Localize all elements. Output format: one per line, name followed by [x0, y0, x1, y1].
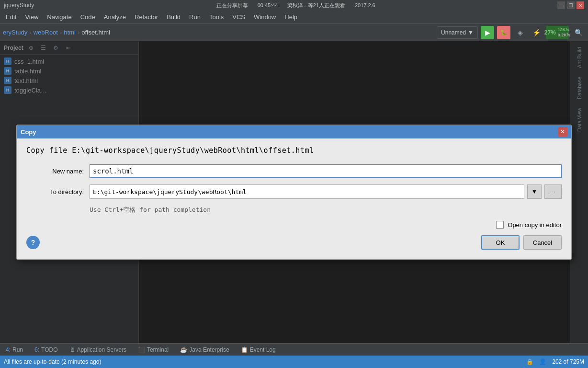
- main-toolbar: eryStudy › webRoot › html › offset.html …: [0, 24, 588, 41]
- dialog-titlebar: Copy ✕: [17, 125, 571, 138]
- menu-analyze[interactable]: Analyze: [100, 12, 130, 22]
- memory-total: 725M: [570, 358, 584, 365]
- tab-todo[interactable]: 6: TODO: [33, 346, 59, 353]
- status-bar-right: 🔒 👤 202 of 725M: [526, 358, 584, 365]
- dialog-overlay: Copy ✕ Copy file E:\git-workspace\jquery…: [0, 41, 588, 343]
- breadcrumb-webroot[interactable]: webRoot: [34, 29, 58, 36]
- menu-bar: Edit View Navigate Code Analyze Refactor…: [0, 11, 588, 24]
- run-button[interactable]: ▶: [481, 26, 494, 39]
- new-name-input[interactable]: [90, 164, 562, 178]
- bottom-toolbar: 4: Run 6: TODO 🖥 Application Servers ⬛ T…: [0, 343, 588, 356]
- main-area: Project ⊕ ☰ ⚙ ⇤ H css_1.html H table.htm…: [0, 41, 588, 343]
- new-name-row: New name:: [26, 164, 562, 178]
- dialog-action-buttons: OK Cancel: [481, 235, 562, 250]
- dialog-footer: ? OK Cancel: [26, 235, 562, 250]
- dialog-title: Copy: [21, 128, 36, 136]
- profiler-button[interactable]: ⚡: [530, 26, 543, 39]
- net-up: 0.2K/s: [558, 33, 571, 37]
- copy-dialog: Copy ✕ Copy file E:\git-workspace\jquery…: [16, 125, 572, 260]
- menu-build[interactable]: Build: [163, 12, 184, 22]
- breadcrumb-file: offset.html: [81, 29, 110, 36]
- sharing-time: 00:45:44: [258, 2, 278, 8]
- run-config-selector[interactable]: Unnamed ▼: [437, 26, 478, 39]
- breadcrumb-html[interactable]: html: [64, 29, 76, 36]
- checkbox-row: Open copy in editor: [26, 221, 562, 229]
- menu-window[interactable]: Window: [250, 12, 280, 22]
- tab-app-servers[interactable]: 🖥 Application Servers: [68, 346, 128, 353]
- minimize-button[interactable]: —: [557, 1, 565, 9]
- menu-navigate[interactable]: Navigate: [43, 12, 75, 22]
- title-bar-left: jqueryStudy: [4, 2, 34, 9]
- dialog-filepath: Copy file E:\git-workspace\jqueryStudy\w…: [26, 146, 562, 155]
- ok-button[interactable]: OK: [481, 235, 520, 250]
- tab-app-servers-label: Application Servers: [77, 346, 126, 353]
- tab-java-enterprise[interactable]: ☕ Java Enterprise: [178, 346, 231, 353]
- tab-java-enterprise-label: Java Enterprise: [189, 346, 229, 353]
- directory-input[interactable]: [90, 184, 524, 199]
- user-icon: 👤: [539, 358, 546, 365]
- title-bar-controls: — ❐ ✕: [557, 1, 584, 9]
- dialog-hint: Use Ctrl+空格 for path completion: [90, 206, 562, 214]
- search-button[interactable]: 🔍: [572, 26, 585, 39]
- lock-icon: 🔒: [526, 358, 533, 365]
- close-button[interactable]: ✕: [577, 1, 584, 9]
- dialog-close-button[interactable]: ✕: [558, 127, 567, 137]
- of-label: of: [564, 358, 568, 365]
- directory-browse-button[interactable]: ···: [544, 184, 562, 199]
- tab-run[interactable]: 4: Run: [4, 346, 25, 353]
- title-bar: jqueryStudy 正在分享屏幕 00:45:44 梁秋泽...等21人正在…: [0, 0, 588, 11]
- coverage-pct: 27%: [544, 29, 556, 36]
- menu-edit[interactable]: Edit: [2, 12, 20, 22]
- to-directory-label: To directory:: [26, 188, 84, 196]
- version-text: 2017.2.6: [355, 2, 375, 8]
- tab-terminal[interactable]: ⬛ Terminal: [136, 346, 170, 353]
- app-title: jqueryStudy: [4, 2, 34, 9]
- status-text: All files are up-to-date (2 minutes ago): [4, 358, 101, 365]
- config-dropdown-icon: ▼: [468, 29, 474, 36]
- coverage-button[interactable]: ◈: [513, 26, 527, 39]
- run-config-name: Unnamed: [441, 29, 466, 36]
- tab-terminal-label: Terminal: [147, 346, 169, 353]
- coverage-badge: 27% 12K/s 0.2K/s: [546, 26, 569, 39]
- sharing-text: 正在分享屏幕: [216, 2, 248, 9]
- toolbar-right: Unnamed ▼ ▶ 🐛 ◈ ⚡ 27% 12K/s 0.2K/s 🔍: [437, 26, 585, 39]
- menu-refactor[interactable]: Refactor: [131, 12, 162, 22]
- menu-help[interactable]: Help: [281, 12, 301, 22]
- dialog-body: Copy file E:\git-workspace\jqueryStudy\w…: [17, 138, 571, 259]
- new-name-label: New name:: [26, 168, 84, 175]
- tab-event-log[interactable]: 📋 Event Log: [239, 346, 278, 353]
- directory-dropdown-button[interactable]: ▼: [527, 184, 542, 199]
- breadcrumb-project[interactable]: eryStudy: [3, 29, 27, 36]
- menu-tools[interactable]: Tools: [205, 12, 227, 22]
- restore-button[interactable]: ❐: [567, 1, 575, 9]
- tab-event-log-label: Event Log: [250, 346, 276, 353]
- to-directory-row: To directory: ▼ ···: [26, 184, 562, 199]
- net-down: 12K/s: [558, 27, 571, 32]
- memory-used: 202: [552, 358, 562, 365]
- menu-view[interactable]: View: [21, 12, 42, 22]
- checkbox-label: Open copy in editor: [508, 221, 562, 229]
- title-bar-center: 正在分享屏幕 00:45:44 梁秋泽...等21人正在观看 2017.2.6: [216, 2, 375, 9]
- debug-button[interactable]: 🐛: [497, 26, 510, 39]
- breadcrumb: eryStudy › webRoot › html › offset.html: [3, 29, 110, 36]
- menu-code[interactable]: Code: [77, 12, 99, 22]
- memory-usage: 202 of 725M: [552, 358, 584, 365]
- directory-input-group: ▼ ···: [90, 184, 562, 199]
- status-bar: All files are up-to-date (2 minutes ago)…: [0, 356, 588, 368]
- cancel-button[interactable]: Cancel: [523, 235, 562, 250]
- dialog-help-button[interactable]: ?: [26, 236, 40, 249]
- open-copy-checkbox[interactable]: [496, 221, 504, 229]
- menu-vcs[interactable]: VCS: [228, 12, 249, 22]
- viewers-text: 梁秋泽...等21人正在观看: [287, 2, 345, 9]
- menu-run[interactable]: Run: [185, 12, 204, 22]
